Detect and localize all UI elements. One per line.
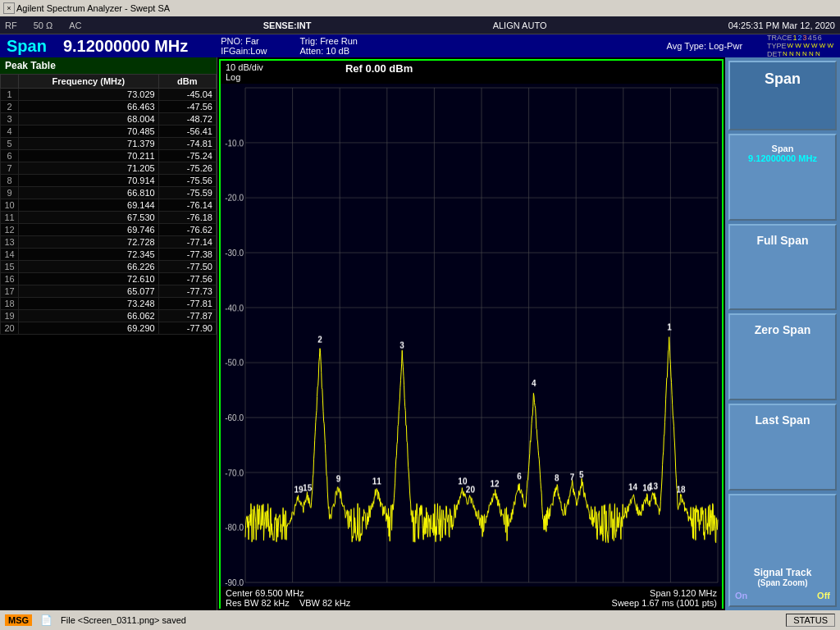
table-row: 1765.077-77.73 xyxy=(1,285,217,298)
spectrum-canvas xyxy=(221,84,722,587)
table-row: 1873.248-77.81 xyxy=(1,298,217,310)
sense-int-label: SENSE:INT xyxy=(263,21,312,30)
on-label: On xyxy=(735,591,747,600)
right-panel: Span Span 9.12000000 MHz Full Span Zero … xyxy=(725,57,840,610)
toolbar: RF 50 Ω AC SENSE:INT ALIGN AUTO 04:25:31… xyxy=(0,16,840,34)
trig-label: Trig: Free Run xyxy=(299,36,358,46)
off-label: Off xyxy=(817,591,830,600)
file-icon: 📄 xyxy=(40,614,52,626)
impedance-label: 50 Ω xyxy=(34,21,53,30)
table-row: 1069.144-76.14 xyxy=(1,199,217,212)
table-row: 266.463-47.56 xyxy=(1,101,217,113)
pno-label: PNO: Far xyxy=(221,36,267,46)
title-bar: × Agilent Spectrum Analyzer - Swept SA xyxy=(0,0,840,16)
span-label: Span 9.120 MHz xyxy=(650,588,717,598)
table-row: 1672.610-77.56 xyxy=(1,273,217,285)
rf-label[interactable]: RF xyxy=(5,21,17,30)
avg-type-label: Avg Type: Log-Pwr xyxy=(667,41,743,51)
db-div-label: 10 dB/div xyxy=(226,62,263,72)
table-row: 1472.345-77.38 xyxy=(1,249,217,261)
span-header: Span 9.12000000 MHz PNO: Far IFGain:Low … xyxy=(0,34,840,57)
close-button[interactable]: × xyxy=(3,2,15,14)
table-row: 571.379-74.81 xyxy=(1,138,217,150)
table-row: 1167.530-76.18 xyxy=(1,212,217,224)
last-span-button[interactable]: Last Span xyxy=(728,404,837,491)
timestamp-label: 04:25:31 PM Mar 12, 2020 xyxy=(728,21,835,30)
spectrum-footer: Center 69.500 MHz Res BW 82 kHz VBW 82 k… xyxy=(221,587,722,609)
trace-info: TRACE 1 2 3 4 5 6 TYPE W W W W W W DET N… xyxy=(767,34,833,58)
ref-label: Ref 0.00 dBm xyxy=(345,62,413,82)
status-right: STATUS xyxy=(786,614,835,627)
ac-label: AC xyxy=(69,21,81,30)
full-span-button[interactable]: Full Span xyxy=(728,224,837,311)
center-freq-label: Center 69.500 MHz xyxy=(226,588,350,598)
spectrum-header: 10 dB/div Log Ref 0.00 dBm xyxy=(221,61,722,84)
peak-table: Frequency (MHz) dBm 173.029-45.04266.463… xyxy=(0,74,217,610)
table-row: 966.810-75.59 xyxy=(1,187,217,199)
status-message: File <Screen_0311.png> saved xyxy=(61,615,186,625)
table-row: 870.914-75.56 xyxy=(1,175,217,187)
span-value: 9.12000000 MHz xyxy=(63,37,188,56)
peak-table-title: Peak Table xyxy=(0,57,217,74)
table-row: 368.004-48.72 xyxy=(1,113,217,126)
ifgain-label: IFGain:Low xyxy=(221,46,267,56)
spectrum-panel: 10 dB/div Log Ref 0.00 dBm Center 69.500… xyxy=(219,59,724,609)
col-dbm: dBm xyxy=(158,75,216,89)
table-row: 1372.728-77.14 xyxy=(1,236,217,249)
table-row: 470.485-56.41 xyxy=(1,126,217,138)
table-row: 1966.062-77.87 xyxy=(1,310,217,322)
signal-track-button[interactable]: Signal Track (Span Zoom) On Off xyxy=(728,494,837,607)
spectrum-canvas-container xyxy=(221,84,722,587)
span-title: Span xyxy=(7,37,47,56)
msg-label: MSG xyxy=(5,614,32,626)
span-value-button[interactable]: Span 9.12000000 MHz xyxy=(728,134,837,221)
zero-span-button[interactable]: Zero Span xyxy=(728,313,837,400)
table-row: 1269.746-76.62 xyxy=(1,224,217,236)
table-row: 771.205-75.26 xyxy=(1,162,217,175)
col-freq: Frequency (MHz) xyxy=(19,75,159,89)
main-content: Peak Table Frequency (MHz) dBm 173.029-4… xyxy=(0,57,840,610)
table-row: 670.211-75.24 xyxy=(1,150,217,162)
status-bar: MSG 📄 File <Screen_0311.png> saved STATU… xyxy=(0,610,840,630)
atten-label: Atten: 10 dB xyxy=(299,46,358,56)
align-auto-label: ALIGN AUTO xyxy=(493,21,547,30)
table-row: 173.029-45.04 xyxy=(1,89,217,101)
log-label: Log xyxy=(226,72,263,82)
peak-table-panel: Peak Table Frequency (MHz) dBm 173.029-4… xyxy=(0,57,217,610)
table-row: 1566.226-77.50 xyxy=(1,261,217,273)
res-bw-label: Res BW 82 kHz VBW 82 kHz xyxy=(226,598,350,608)
col-num xyxy=(1,75,19,89)
app-title: Agilent Spectrum Analyzer - Swept SA xyxy=(16,3,170,13)
span-button[interactable]: Span xyxy=(728,61,837,130)
sweep-label: Sweep 1.67 ms (1001 pts) xyxy=(612,598,717,608)
table-row: 2069.290-77.90 xyxy=(1,322,217,335)
